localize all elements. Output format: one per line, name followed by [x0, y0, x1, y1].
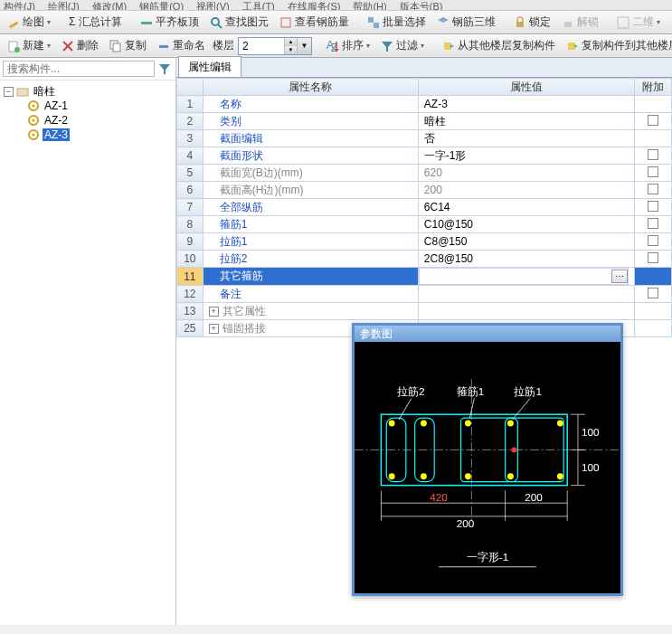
batch-select-button[interactable]: 批量选择: [364, 13, 430, 32]
property-value-cell[interactable]: 一字-1形: [418, 147, 634, 165]
tree-filter-button[interactable]: [156, 61, 173, 77]
extra-cell[interactable]: [634, 130, 671, 147]
expand-icon[interactable]: +: [209, 307, 219, 317]
extra-cell[interactable]: [634, 233, 671, 251]
checkbox[interactable]: [648, 201, 658, 212]
draw-button[interactable]: 绘图▾: [4, 13, 54, 32]
extra-cell[interactable]: [634, 165, 671, 182]
property-name-cell[interactable]: 截面宽(B边)(mm): [203, 165, 418, 182]
table-row[interactable]: 5截面宽(B边)(mm)620: [177, 165, 672, 182]
copy-button[interactable]: 复制: [106, 36, 150, 55]
property-value-cell[interactable]: C10@150: [418, 216, 634, 233]
menu-item[interactable]: 帮助(H): [353, 0, 386, 10]
new-button[interactable]: 新建▾: [4, 36, 54, 55]
copy-to-floor-button[interactable]: 复制构件到其他楼层: [563, 36, 672, 55]
menu-item[interactable]: 修改(M): [92, 0, 128, 10]
tree-root[interactable]: − 暗柱: [2, 84, 174, 99]
table-row[interactable]: 9拉筋1C8@150: [177, 233, 672, 251]
ellipsis-button[interactable]: ⋯: [611, 270, 628, 283]
property-name-cell[interactable]: 箍筋1: [203, 216, 418, 233]
menu-item[interactable]: 视图(V): [196, 0, 230, 10]
filter-button[interactable]: 过滤▾: [377, 36, 428, 55]
two-d-button[interactable]: 二维▾: [613, 13, 664, 32]
copy-from-floor-button[interactable]: 从其他楼层复制构件: [439, 36, 559, 55]
tree-item[interactable]: AZ-3: [2, 128, 174, 142]
menu-item[interactable]: 绘图(J): [48, 0, 80, 10]
extra-cell[interactable]: [634, 303, 671, 320]
property-name-cell[interactable]: 全部纵筋: [203, 199, 418, 216]
floor-input[interactable]: [239, 38, 284, 54]
extra-cell[interactable]: [634, 199, 671, 216]
property-value-cell[interactable]: 6C14: [418, 199, 634, 216]
checkbox[interactable]: [648, 149, 658, 160]
table-row[interactable]: 13+其它属性: [177, 303, 672, 320]
extra-cell[interactable]: [634, 182, 671, 199]
property-name-cell[interactable]: 拉筋1: [203, 233, 418, 251]
extra-cell[interactable]: [634, 96, 671, 113]
flat-button[interactable]: 平齐板顶: [137, 13, 203, 32]
checkbox[interactable]: [648, 252, 658, 263]
checkbox[interactable]: [648, 288, 658, 298]
property-value-cell[interactable]: 620: [418, 165, 634, 182]
collapse-icon[interactable]: −: [4, 87, 14, 97]
tab-properties[interactable]: 属性编辑: [178, 56, 241, 77]
property-value-cell[interactable]: 暗柱: [418, 113, 634, 130]
checkbox[interactable]: [648, 218, 658, 229]
property-name-cell[interactable]: 备注: [203, 286, 418, 303]
table-row[interactable]: 3截面编辑否: [177, 130, 672, 147]
property-name-cell[interactable]: 类别: [203, 113, 418, 130]
find-element-button[interactable]: 查找图元: [206, 13, 272, 32]
menu-item[interactable]: 工具(T): [242, 0, 275, 10]
menu-item[interactable]: 版本号(B): [400, 0, 443, 10]
table-row[interactable]: 6截面高(H边)(mm)200: [177, 182, 672, 199]
checkbox[interactable]: [648, 166, 658, 177]
property-name-cell[interactable]: 截面形状: [203, 147, 418, 165]
spin-up[interactable]: ▲: [284, 38, 297, 46]
expand-icon[interactable]: +: [209, 324, 219, 334]
view-bar-button[interactable]: 查看钢筋量: [276, 13, 353, 32]
table-row[interactable]: 11其它箍筋⋯: [177, 268, 672, 286]
header-name[interactable]: 属性名称: [203, 79, 418, 96]
table-row[interactable]: 10拉筋22C8@150: [177, 251, 672, 268]
property-name-cell[interactable]: 截面编辑: [203, 130, 418, 147]
property-value-cell[interactable]: ⋯: [419, 268, 629, 285]
checkbox[interactable]: [648, 235, 658, 246]
property-name-cell[interactable]: 截面高(H边)(mm): [203, 182, 418, 199]
extra-cell[interactable]: [634, 286, 671, 303]
tree-item[interactable]: AZ-2: [2, 113, 174, 128]
rename-button[interactable]: 重命名: [154, 36, 209, 55]
extra-cell[interactable]: [634, 251, 671, 268]
extra-cell[interactable]: [634, 147, 671, 165]
property-name-cell[interactable]: 拉筋2: [203, 251, 418, 268]
table-row[interactable]: 8箍筋1C10@150: [177, 216, 672, 233]
sum-button[interactable]: Σ 汇总计算: [65, 13, 126, 32]
property-value-cell[interactable]: 200: [418, 182, 634, 199]
sort-button[interactable]: AZ排序▾: [323, 36, 374, 55]
property-value-cell[interactable]: 2C8@150: [418, 251, 634, 268]
property-value-cell[interactable]: [418, 303, 634, 320]
extra-cell[interactable]: [634, 268, 671, 286]
spin-down[interactable]: ▼: [284, 46, 297, 54]
property-value-cell[interactable]: C8@150: [418, 233, 634, 251]
tree-item[interactable]: AZ-1: [2, 99, 174, 113]
property-value-cell[interactable]: [418, 286, 634, 303]
menu-item[interactable]: 构件(J): [4, 0, 35, 10]
property-name-cell[interactable]: +其它属性: [203, 303, 418, 320]
unlock-button[interactable]: 解锁: [558, 13, 602, 32]
extra-cell[interactable]: [634, 113, 671, 130]
extra-cell[interactable]: [634, 216, 671, 233]
table-row[interactable]: 12备注: [177, 286, 672, 303]
table-row[interactable]: 1名称AZ-3: [177, 96, 672, 113]
floor-dropdown[interactable]: ▼: [297, 38, 311, 54]
checkbox[interactable]: [648, 115, 658, 126]
property-value-cell[interactable]: 否: [418, 130, 634, 147]
checkbox[interactable]: [648, 184, 658, 194]
property-name-cell[interactable]: 名称: [203, 96, 418, 113]
header-extra[interactable]: 附加: [634, 79, 671, 96]
property-value-cell[interactable]: AZ-3: [418, 96, 634, 113]
delete-button[interactable]: 删除: [58, 36, 102, 55]
floor-selector[interactable]: ▲▼ ▼: [238, 37, 312, 55]
table-row[interactable]: 4截面形状一字-1形: [177, 147, 672, 165]
search-input[interactable]: [3, 61, 155, 77]
property-name-cell[interactable]: 其它箍筋: [203, 268, 418, 286]
